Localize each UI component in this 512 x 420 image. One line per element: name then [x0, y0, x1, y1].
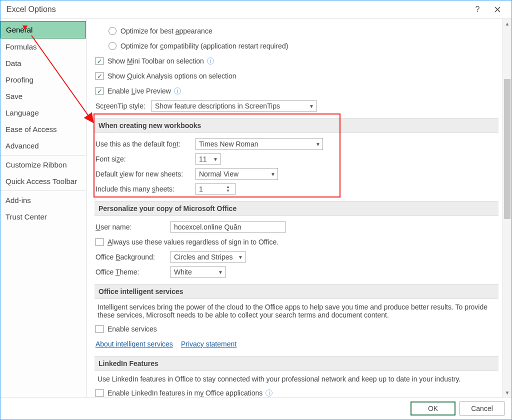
sidebar-item-general[interactable]: General: [0, 21, 86, 38]
scroll-thumb[interactable]: [504, 79, 510, 219]
office-background-select[interactable]: Circles and Stripes▼: [170, 251, 246, 263]
checkbox-quick-analysis[interactable]: ✓: [96, 72, 104, 80]
info-icon[interactable]: i: [174, 88, 181, 94]
link-about-intelligent-services[interactable]: About intelligent services: [96, 340, 173, 348]
scroll-down-icon[interactable]: ▼: [503, 388, 512, 397]
sidebar-item-quick-access-toolbar[interactable]: Quick Access Toolbar: [0, 173, 86, 190]
checkbox-enable-linkedin[interactable]: [96, 389, 104, 397]
office-theme-select[interactable]: White▼: [170, 266, 226, 278]
dialog-title: Excel Options: [6, 5, 468, 14]
section-linkedin: LinkedIn Features: [94, 356, 498, 371]
sidebar-item-data[interactable]: Data: [0, 55, 86, 72]
section-intelligent-services: Office intelligent services: [94, 284, 498, 299]
checkbox-quick-analysis-label: Show Quick Analysis options on selection: [108, 72, 236, 80]
link-privacy-statement[interactable]: Privacy statement: [181, 340, 236, 348]
ok-button[interactable]: OK: [410, 402, 456, 416]
sidebar-item-trust-center[interactable]: Trust Center: [0, 208, 86, 225]
sidebar-item-language[interactable]: Language: [0, 104, 86, 121]
checkbox-enable-linkedin-label: Enable LinkedIn features in my Office ap…: [108, 389, 262, 397]
sidebar-item-formulas[interactable]: Formulas: [0, 38, 86, 55]
checkbox-mini-toolbar[interactable]: ✓: [96, 57, 104, 65]
office-theme-label: Office Theme:: [96, 268, 170, 276]
cancel-button[interactable]: Cancel: [460, 402, 504, 416]
default-font-select[interactable]: Times New Roman▼: [196, 138, 323, 150]
user-name-input[interactable]: hocexcel.online Quân: [170, 221, 286, 233]
font-size-select[interactable]: 11▼: [196, 153, 220, 165]
office-background-label: Office Background:: [96, 253, 170, 261]
checkbox-mini-toolbar-label: Show Mini Toolbar on selection: [108, 57, 204, 65]
checkbox-live-preview-label: Enable Live Preview: [108, 87, 171, 95]
radio-best-appearance[interactable]: [108, 27, 116, 35]
checkbox-always-use-values-label: Always use these values regardless of si…: [108, 238, 278, 246]
sheet-count-spinner[interactable]: 1▲▼: [196, 183, 236, 195]
radio-compatibility-label: Optimize for compatibility (application …: [120, 42, 288, 50]
screentip-style-select[interactable]: Show feature descriptions in ScreenTips▼: [152, 100, 316, 112]
sidebar-item-ease-of-access[interactable]: Ease of Access: [0, 121, 86, 138]
sidebar-item-advanced[interactable]: Advanced: [0, 138, 86, 154]
info-icon[interactable]: i: [266, 390, 272, 396]
sidebar-item-customize-ribbon[interactable]: Customize Ribbon: [0, 156, 86, 173]
radio-best-appearance-label: Optimize for best appearance: [120, 27, 212, 35]
scroll-up-icon[interactable]: ▲: [503, 19, 512, 28]
default-view-label: Default view for new sheets:: [96, 170, 196, 178]
close-button[interactable]: [488, 2, 508, 16]
section-personalize: Personalize your copy of Microsoft Offic…: [94, 201, 498, 216]
info-icon[interactable]: i: [207, 58, 214, 64]
content-pane: Optimize for best appearance Optimize fo…: [86, 19, 502, 397]
checkbox-always-use-values[interactable]: [96, 238, 104, 246]
intel-services-description: Intelligent services bring the power of …: [96, 303, 498, 319]
user-name-label: User name:: [96, 223, 170, 231]
checkbox-live-preview[interactable]: ✓: [96, 87, 104, 95]
titlebar: Excel Options ?: [0, 0, 512, 18]
radio-compatibility[interactable]: [108, 42, 116, 50]
section-new-workbooks: When creating new workbooks: [94, 118, 498, 133]
font-size-label: Font size:: [96, 155, 196, 163]
help-button[interactable]: ?: [468, 2, 488, 16]
sidebar-item-proofing[interactable]: Proofing: [0, 72, 86, 88]
checkbox-enable-services[interactable]: [96, 325, 104, 333]
screentip-label: ScreenTip style:: [96, 102, 146, 110]
default-view-select[interactable]: Normal View▼: [196, 168, 278, 180]
checkbox-enable-services-label: Enable services: [108, 325, 157, 333]
sidebar-item-save[interactable]: Save: [0, 88, 86, 104]
default-font-label: Use this as the default font:: [96, 140, 196, 148]
sheet-count-label: Include this many sheets:: [96, 185, 196, 193]
linkedin-description: Use LinkedIn features in Office to stay …: [96, 375, 498, 383]
sidebar: GeneralFormulasDataProofingSaveLanguageE…: [0, 19, 86, 397]
sidebar-item-add-ins[interactable]: Add-ins: [0, 192, 86, 208]
scrollbar[interactable]: ▲ ▼: [502, 19, 512, 397]
